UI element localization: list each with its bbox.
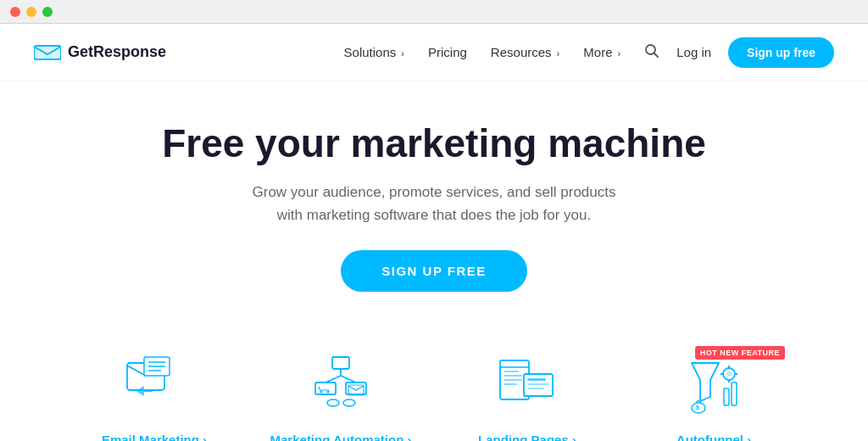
svg-rect-0 (34, 46, 61, 59)
marketing-automation-link[interactable]: Marketing Automation › (261, 433, 420, 441)
svg-line-13 (326, 376, 341, 382)
close-button[interactable] (10, 7, 20, 17)
svg-rect-27 (504, 383, 517, 385)
email-marketing-link[interactable]: Email Marketing › (75, 433, 234, 441)
svg-rect-31 (527, 388, 544, 389)
nav-item-resources[interactable]: Resources › (491, 45, 559, 60)
autofunnel-icon-wrap: HOT NEW FEATURE (634, 346, 793, 422)
feature-autofunnel: HOT NEW FEATURE (620, 346, 807, 441)
window-chrome (0, 0, 868, 24)
feature-marketing-automation: Marketing Automation › Ready-made workfl… (248, 346, 434, 441)
nav-item-more[interactable]: More › (583, 45, 620, 60)
logo-text: GetResponse (68, 43, 166, 61)
autofunnel-icon: $ (680, 350, 748, 418)
svg-line-14 (341, 376, 356, 382)
svg-marker-9 (136, 386, 144, 396)
feature-email-marketing: Email Marketing › Send great-looking ema… (61, 346, 248, 441)
signup-button[interactable]: Sign up free (728, 37, 834, 68)
svg-rect-20 (327, 399, 339, 406)
hero-cta-button[interactable]: SIGN UP FREE (341, 250, 527, 292)
logo-icon (34, 42, 61, 63)
maximize-button[interactable] (42, 7, 53, 17)
svg-rect-11 (332, 357, 349, 369)
autofunnel-link[interactable]: Autofunnel › (634, 433, 793, 441)
svg-rect-39 (724, 388, 729, 405)
landing-pages-icon (493, 350, 561, 418)
svg-rect-21 (343, 399, 355, 406)
marketing-automation-icon-wrap (261, 346, 420, 422)
hero-title: Free your marketing machine (34, 122, 834, 165)
svg-rect-30 (527, 383, 549, 385)
svg-point-18 (327, 390, 330, 393)
nav-actions: Log in Sign up free (644, 37, 834, 68)
svg-rect-29 (527, 378, 546, 381)
nav-item-pricing[interactable]: Pricing (428, 45, 467, 60)
chevron-icon: › (398, 48, 404, 59)
marketing-automation-icon (307, 350, 375, 418)
email-marketing-icon (120, 350, 188, 418)
svg-text:$: $ (696, 405, 699, 411)
search-icon (644, 43, 659, 59)
chevron-icon: › (615, 48, 620, 59)
hot-badge: HOT NEW FEATURE (695, 346, 785, 360)
feature-landing-pages: Landing Pages › Generate leads with (434, 346, 620, 441)
svg-point-17 (320, 390, 323, 393)
nav-item-solutions[interactable]: Solutions › (344, 45, 404, 60)
traffic-lights (10, 7, 53, 17)
landing-pages-link[interactable]: Landing Pages › (448, 433, 607, 441)
svg-rect-15 (315, 382, 336, 394)
svg-rect-40 (732, 382, 737, 405)
browser-content: GetResponse Solutions › Pricing Resource… (0, 24, 868, 441)
hero-section: Free your marketing machine Grow your au… (0, 81, 868, 319)
nav-links: Solutions › Pricing Resources › More › (344, 45, 621, 60)
svg-marker-32 (692, 363, 719, 401)
chevron-icon: › (554, 48, 560, 59)
main-nav: GetResponse Solutions › Pricing Resource… (0, 24, 868, 81)
svg-line-3 (654, 53, 659, 58)
email-marketing-icon-wrap (75, 346, 234, 422)
svg-point-34 (726, 371, 732, 377)
hero-subtitle: Grow your audience, promote services, an… (239, 181, 629, 226)
logo-area[interactable]: GetResponse (34, 42, 166, 63)
login-link[interactable]: Log in (676, 45, 711, 59)
svg-rect-25 (504, 375, 522, 377)
svg-rect-24 (504, 371, 519, 372)
svg-rect-16 (346, 382, 366, 394)
svg-rect-26 (504, 379, 522, 381)
features-section: Email Marketing › Send great-looking ema… (0, 319, 868, 441)
search-button[interactable] (644, 43, 659, 61)
landing-pages-icon-wrap (448, 346, 607, 422)
minimize-button[interactable] (26, 7, 36, 17)
